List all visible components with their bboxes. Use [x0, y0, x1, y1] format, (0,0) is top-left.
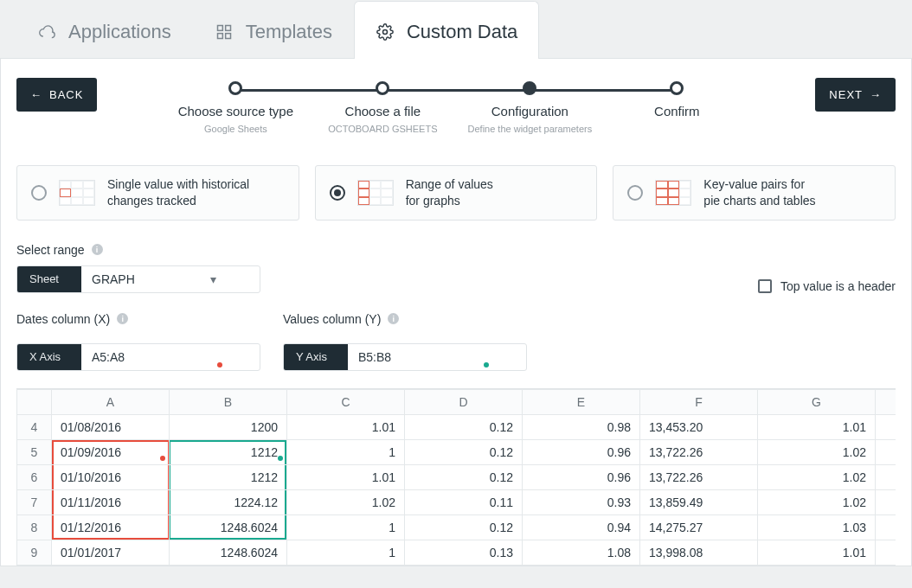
cell[interactable]: 0.96	[523, 464, 640, 489]
x-axis-input[interactable]: X Axis A5:A8	[16, 343, 260, 371]
cell[interactable]	[876, 464, 896, 489]
table-row[interactable]: 401/08/201612001.010.120.9813,453.201.01	[17, 414, 896, 439]
svg-rect-0	[217, 26, 222, 31]
cell[interactable]	[876, 514, 896, 540]
cell[interactable]: 0.13	[405, 540, 523, 565]
row-number[interactable]: 9	[17, 540, 52, 565]
row-number[interactable]: 7	[17, 489, 52, 514]
cell[interactable]: 1.08	[523, 540, 640, 565]
cell[interactable]: 13,722.26	[640, 464, 758, 489]
col-header[interactable]: B	[170, 389, 287, 414]
col-header[interactable]: D	[405, 389, 523, 414]
dates-column-label: Dates column (X) i	[16, 312, 260, 326]
cell[interactable]: 01/10/2016	[52, 464, 170, 489]
header-checkbox[interactable]: Top value is a header	[758, 279, 896, 293]
tab-custom-data[interactable]: Custom Data	[354, 1, 539, 59]
content-panel: ← BACK Choose source type Google Sheets …	[0, 59, 912, 566]
tab-applications[interactable]: Applications	[16, 1, 193, 59]
cell[interactable]: 13,998.08	[640, 540, 758, 565]
info-icon[interactable]: i	[117, 313, 128, 324]
cell[interactable]: 01/01/2017	[52, 540, 170, 565]
cell[interactable]: 0.12	[405, 439, 523, 464]
step-source-type[interactable]: Choose source type Google Sheets	[162, 81, 309, 134]
tab-label: Templates	[246, 21, 332, 43]
cell[interactable]	[876, 439, 896, 464]
table-row[interactable]: 701/11/20161224.121.020.110.9313,859.491…	[17, 489, 896, 514]
mini-grid-icon	[655, 180, 691, 206]
cell[interactable]: 0.12	[405, 464, 523, 489]
marker-dot-icon	[217, 362, 222, 368]
cell[interactable]: 1.02	[287, 489, 405, 514]
row-number[interactable]: 4	[17, 414, 52, 439]
cell[interactable]: 1	[287, 439, 405, 464]
arrow-right-icon: →	[870, 88, 882, 101]
grid-icon	[215, 22, 234, 42]
sheet-select[interactable]: Sheet GRAPH ▾	[16, 265, 260, 293]
cell[interactable]: 1.02	[758, 489, 876, 514]
col-header[interactable]: G	[758, 389, 876, 414]
cell[interactable]: 0.98	[523, 414, 640, 439]
table-row[interactable]: 501/09/2016121210.120.9613,722.261.02	[17, 439, 896, 464]
value-type-options: Single value with historicalchanges trac…	[16, 165, 896, 220]
step-choose-file[interactable]: Choose a file OCTOBOARD GSHEETS	[309, 81, 456, 134]
option-range-values[interactable]: Range of valuesfor graphs	[315, 165, 598, 220]
info-icon[interactable]: i	[92, 244, 103, 255]
cell[interactable]: 0.96	[523, 439, 640, 464]
cell[interactable]: 1212	[170, 439, 287, 464]
cell[interactable]: 13,859.49	[640, 489, 758, 514]
table-row[interactable]: 601/10/201612121.010.120.9613,722.261.02	[17, 464, 896, 489]
radio-icon	[31, 185, 47, 201]
cell[interactable]: 1	[287, 514, 405, 540]
back-button[interactable]: ← BACK	[16, 78, 97, 112]
col-header[interactable]: C	[287, 389, 405, 414]
col-header[interactable]: A	[52, 389, 170, 414]
cell[interactable]: 0.12	[405, 514, 523, 540]
cloud-icon	[37, 22, 56, 42]
next-button[interactable]: NEXT →	[815, 78, 896, 112]
tab-templates[interactable]: Templates	[193, 1, 354, 59]
option-single-value[interactable]: Single value with historicalchanges trac…	[16, 165, 299, 220]
cell[interactable]: 01/08/2016	[52, 414, 170, 439]
cell[interactable]: 01/11/2016	[52, 489, 170, 514]
cell[interactable]: 1.01	[758, 540, 876, 565]
cell[interactable]: 0.94	[523, 514, 640, 540]
cell[interactable]	[876, 489, 896, 514]
table-row[interactable]: 901/01/20171248.602410.131.0813,998.081.…	[17, 540, 896, 565]
cell[interactable]: 1.02	[758, 439, 876, 464]
cell[interactable]	[876, 540, 896, 565]
cell[interactable]: 1.01	[287, 414, 405, 439]
cell[interactable]: 1.03	[758, 514, 876, 540]
values-column-label: Values column (Y) i	[283, 312, 527, 326]
step-confirm[interactable]: Confirm	[603, 81, 750, 124]
cell[interactable]	[876, 414, 896, 439]
cell[interactable]: 1248.6024	[170, 514, 287, 540]
cell[interactable]: 1.02	[758, 464, 876, 489]
cell[interactable]: 13,453.20	[640, 414, 758, 439]
cell[interactable]: 1	[287, 540, 405, 565]
cell[interactable]: 14,275.27	[640, 514, 758, 540]
cell[interactable]: 1248.6024	[170, 540, 287, 565]
col-header[interactable]: E	[523, 389, 640, 414]
cell[interactable]: 0.12	[405, 414, 523, 439]
row-number[interactable]: 8	[17, 514, 52, 540]
cell[interactable]: 1.01	[758, 414, 876, 439]
row-number[interactable]: 6	[17, 464, 52, 489]
cell[interactable]: 1.01	[287, 464, 405, 489]
cell[interactable]: 1224.12	[170, 489, 287, 514]
cell[interactable]: 0.11	[405, 489, 523, 514]
cell[interactable]: 0.93	[523, 489, 640, 514]
spreadsheet-preview: A B C D E F G 401/08/201612001.010.120.9…	[16, 388, 896, 566]
tab-label: Custom Data	[407, 21, 517, 43]
cell[interactable]: 1212	[170, 464, 287, 489]
option-key-value[interactable]: Key-value pairs forpie charts and tables	[613, 165, 896, 220]
cell[interactable]: 01/12/2016	[52, 514, 170, 540]
cell[interactable]: 1200	[170, 414, 287, 439]
info-icon[interactable]: i	[388, 313, 399, 324]
y-axis-input[interactable]: Y Axis B5:B8	[283, 343, 527, 371]
table-row[interactable]: 801/12/20161248.602410.120.9414,275.271.…	[17, 514, 896, 540]
col-header[interactable]: F	[640, 389, 758, 414]
row-number[interactable]: 5	[17, 439, 52, 464]
cell[interactable]: 13,722.26	[640, 439, 758, 464]
cell[interactable]: 01/09/2016	[52, 439, 170, 464]
step-configuration[interactable]: Configuration Define the widget paramete…	[456, 81, 603, 134]
